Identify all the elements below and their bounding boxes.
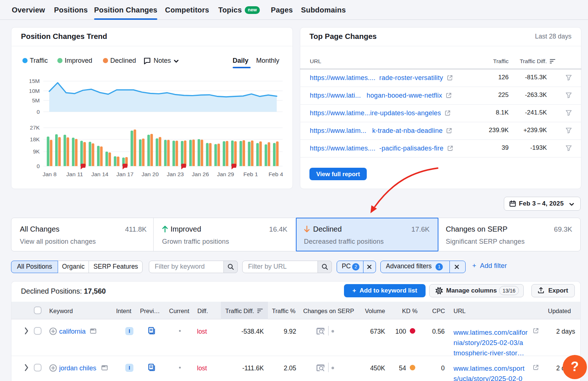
svg-text:0: 0 [37, 163, 40, 169]
svg-text:10M: 10M [29, 88, 40, 94]
svg-text:18K: 18K [30, 136, 40, 142]
svg-text:0: 0 [37, 109, 40, 115]
svg-text:9K: 9K [33, 148, 40, 155]
svg-text:Jan 20: Jan 20 [141, 171, 159, 177]
svg-text:Jan 14: Jan 14 [91, 171, 108, 177]
svg-text:Jan 17: Jan 17 [116, 171, 134, 177]
svg-text:Jan 29: Jan 29 [217, 171, 234, 177]
svg-text:Jan 8: Jan 8 [43, 171, 57, 177]
svg-text:5M: 5M [32, 97, 40, 104]
svg-text:Feb 1: Feb 1 [243, 171, 258, 177]
svg-text:27K: 27K [30, 124, 40, 131]
svg-text:Jan 26: Jan 26 [192, 171, 209, 177]
svg-text:Jan 23: Jan 23 [167, 171, 184, 177]
svg-text:15M: 15M [29, 78, 40, 84]
svg-text:Jan 11: Jan 11 [67, 171, 83, 177]
svg-text:Feb 4: Feb 4 [269, 171, 283, 177]
